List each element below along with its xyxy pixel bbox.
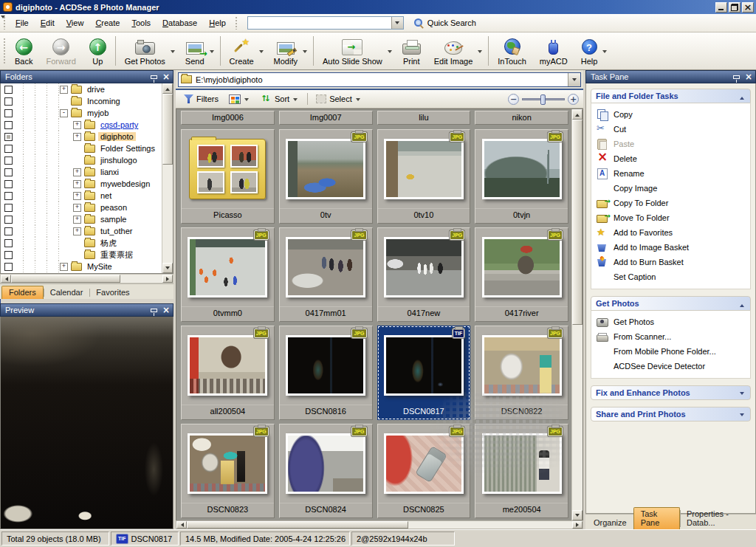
tab-folders[interactable]: Folders (1, 286, 44, 299)
scroll-right-icon[interactable] (572, 521, 583, 529)
zoom-slider[interactable] (522, 98, 565, 100)
tab-task-pane[interactable]: Task Pane (633, 507, 680, 529)
search-combo[interactable] (247, 16, 404, 30)
toolbar-gripper[interactable] (2, 38, 7, 63)
scrollbar-thumb[interactable] (11, 275, 120, 283)
task-rename[interactable]: Rename (596, 166, 749, 181)
zoom-slider-thumb[interactable] (540, 94, 546, 105)
task-copy-image[interactable]: Copy Image (596, 181, 749, 196)
tree-item-sample[interactable]: +sample (1, 213, 162, 225)
tree-expander-icon[interactable]: + (73, 216, 81, 224)
grid-vertical-scrollbar[interactable] (571, 109, 583, 520)
thumbnail-label[interactable]: Img0006 (181, 111, 275, 125)
view-mode-button[interactable] (225, 92, 254, 106)
tree-item-mywebdesign[interactable]: +mywebdesign (1, 178, 162, 190)
dropdown-arrow-icon[interactable] (355, 96, 362, 103)
folder-checkbox[interactable] (4, 121, 13, 129)
scrollbar-track[interactable] (162, 165, 173, 263)
thumbnail-0tvmm0[interactable]: JPG0tvmm0 (181, 227, 275, 322)
panel-close-icon[interactable] (162, 306, 170, 314)
menu-tools[interactable]: Tools (126, 16, 157, 30)
scroll-left-icon[interactable] (1, 275, 11, 283)
tree-expander-icon[interactable]: + (73, 121, 81, 129)
modify-button[interactable]: Modify (267, 34, 311, 68)
folder-checkbox[interactable] (4, 263, 13, 271)
folder-checkbox[interactable] (4, 97, 13, 106)
thumbnail-dscn0822[interactable]: JPGDSCN0822 (475, 326, 568, 420)
task-add-to-image-basket[interactable]: Add to Image Basket (596, 240, 749, 255)
scroll-left-icon[interactable] (176, 521, 187, 529)
tree-item-重要票据[interactable]: 重要票据 (1, 249, 162, 261)
select-button[interactable]: Select (312, 92, 365, 106)
edit-image-button[interactable]: Edit Image (427, 34, 487, 68)
search-dropdown-icon[interactable] (391, 17, 403, 29)
back-button[interactable]: Back (8, 34, 39, 68)
dropdown-arrow-icon[interactable] (209, 49, 215, 55)
scroll-right-icon[interactable] (162, 275, 173, 283)
grid-horizontal-scrollbar[interactable] (176, 520, 583, 529)
section-header-get-photos[interactable]: Get Photos (591, 296, 751, 311)
address-field[interactable]: E:\myjob\digiphoto (178, 72, 581, 87)
thumbnail-0tv[interactable]: JPG0tv (279, 129, 373, 224)
tree-item-incoming[interactable]: Incoming (1, 95, 162, 107)
folder-checkbox[interactable] (4, 109, 13, 117)
tree-vertical-scrollbar[interactable] (162, 83, 173, 273)
folder-checkbox[interactable] (4, 216, 13, 224)
print-button[interactable]: Print (396, 34, 427, 68)
pin-icon[interactable] (151, 309, 157, 312)
thumbnail-label[interactable]: Img0007 (279, 111, 373, 125)
tree-expander-icon[interactable]: + (60, 86, 68, 94)
folder-checkbox[interactable] (4, 251, 13, 259)
folder-checkbox[interactable] (4, 204, 13, 212)
thumbnail-dscn0817[interactable]: TIFDSCN0817 (377, 326, 471, 420)
thumbnail-dscn0816[interactable]: JPGDSCN0816 (279, 326, 373, 420)
tree-item-jinshulogo[interactable]: jinshulogo (1, 154, 162, 166)
tree-expander-icon[interactable]: + (73, 180, 81, 188)
dropdown-arrow-icon[interactable] (170, 49, 176, 55)
task-copy-to-folder[interactable]: Copy To Folder (596, 196, 749, 210)
panel-close-icon[interactable] (745, 72, 752, 81)
tree-item-myjob[interactable]: -myjob (1, 107, 162, 119)
scroll-down-icon[interactable] (572, 510, 583, 520)
chevron-down-icon[interactable] (739, 411, 746, 418)
scrollbar-track[interactable] (572, 325, 583, 510)
tree-item-digiphoto[interactable]: +digiphoto (1, 131, 162, 142)
dropdown-arrow-icon[interactable] (244, 96, 250, 103)
tree-expander-icon[interactable]: + (73, 204, 81, 212)
pin-icon[interactable] (733, 75, 740, 79)
chevron-up-icon[interactable] (739, 93, 746, 100)
scrollbar-thumb[interactable] (162, 94, 173, 165)
tab-calendar[interactable]: Calendar (44, 286, 90, 299)
zoom-out-button[interactable] (508, 94, 519, 105)
folder-checkbox[interactable] (4, 227, 13, 235)
myacd-button[interactable]: myACD (533, 34, 574, 68)
searchbar-gripper[interactable] (235, 17, 238, 30)
tree-expander-icon[interactable]: + (60, 263, 68, 271)
folder-checkbox[interactable] (4, 192, 13, 200)
thumbnail-label[interactable]: lilu (377, 111, 471, 125)
chevron-up-icon[interactable] (739, 300, 746, 307)
thumbnail-dscn0823[interactable]: JPGDSCN0823 (181, 424, 275, 518)
folder-checkbox[interactable] (4, 239, 13, 247)
send-button[interactable]: Send (179, 34, 218, 68)
menu-file[interactable]: File (10, 16, 35, 30)
create-button[interactable]: Create (223, 34, 267, 68)
quick-search-button[interactable]: Quick Search (411, 17, 489, 30)
scroll-up-icon[interactable] (572, 109, 583, 120)
tree-expander-icon[interactable]: + (73, 133, 81, 141)
menu-view[interactable]: View (61, 16, 90, 30)
folder-checkbox[interactable] (4, 156, 13, 165)
thumbnail-all200504[interactable]: JPGall200504 (181, 326, 275, 420)
tree-item-tut-other[interactable]: +tut_other (1, 225, 162, 237)
help-button[interactable]: Help (574, 34, 611, 68)
thumbnail-label[interactable]: nikon (475, 111, 568, 125)
thumbnail-picasso[interactable]: Picasso (181, 129, 275, 224)
tab-favorites[interactable]: Favorites (89, 286, 136, 299)
zoom-in-button[interactable] (568, 94, 579, 105)
tree-expander-icon[interactable]: - (60, 109, 68, 117)
tree-item-net[interactable]: +net (1, 190, 162, 202)
thumbnail-0tv10[interactable]: JPG0tv10 (377, 129, 471, 224)
tree-item-lianxi[interactable]: +lianxi (1, 166, 162, 178)
scrollbar-thumb[interactable] (572, 120, 583, 325)
dropdown-arrow-icon[interactable] (387, 49, 393, 55)
